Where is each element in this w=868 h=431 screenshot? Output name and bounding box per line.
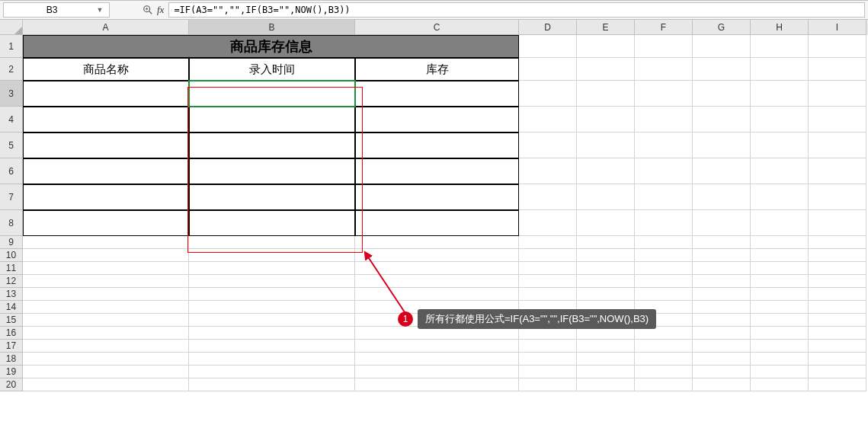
cell[interactable] <box>751 262 809 275</box>
cell[interactable] <box>189 353 355 366</box>
data-cell[interactable] <box>189 210 355 236</box>
cell[interactable] <box>693 353 751 366</box>
cell[interactable] <box>693 58 751 81</box>
cell[interactable] <box>577 58 635 81</box>
cell[interactable] <box>635 340 693 353</box>
cell[interactable] <box>809 58 866 81</box>
cell[interactable] <box>519 81 577 107</box>
cell[interactable] <box>519 249 577 262</box>
data-cell[interactable] <box>23 158 189 184</box>
header-cell-a[interactable]: 商品名称 <box>23 58 189 81</box>
cell[interactable] <box>751 340 809 353</box>
row-header[interactable]: 3 <box>0 81 23 107</box>
data-cell[interactable] <box>23 132 189 158</box>
cell[interactable] <box>519 58 577 81</box>
cell[interactable] <box>23 366 189 378</box>
cell[interactable] <box>693 184 751 210</box>
cell[interactable] <box>355 262 519 275</box>
cell[interactable] <box>635 249 693 262</box>
cell[interactable] <box>23 236 189 249</box>
cell[interactable] <box>519 366 577 378</box>
row-header[interactable]: 6 <box>0 158 23 184</box>
column-header-I[interactable]: I <box>809 20 866 35</box>
cell[interactable] <box>23 353 189 366</box>
row-header[interactable]: 9 <box>0 236 23 249</box>
column-header-D[interactable]: D <box>519 20 577 35</box>
cell[interactable] <box>635 366 693 378</box>
cell[interactable] <box>577 262 635 275</box>
cell[interactable] <box>23 301 189 314</box>
data-cell[interactable] <box>355 81 519 107</box>
cell[interactable] <box>693 288 751 301</box>
cell[interactable] <box>519 288 577 301</box>
cell[interactable] <box>751 366 809 378</box>
header-cell-c[interactable]: 库存 <box>355 58 519 81</box>
cell[interactable] <box>809 301 866 314</box>
cell[interactable] <box>189 275 355 288</box>
cell[interactable] <box>519 184 577 210</box>
cell[interactable] <box>635 275 693 288</box>
cell[interactable] <box>693 378 751 391</box>
cell[interactable] <box>635 378 693 391</box>
cell[interactable] <box>577 236 635 249</box>
cell[interactable] <box>809 378 866 391</box>
name-box-dropdown-icon[interactable]: ▼ <box>95 6 104 14</box>
cell[interactable] <box>809 236 866 249</box>
cell[interactable] <box>355 340 519 353</box>
data-cell[interactable] <box>189 107 355 132</box>
data-cell[interactable] <box>23 107 189 132</box>
row-header[interactable]: 20 <box>0 378 23 391</box>
cell[interactable] <box>23 314 189 327</box>
cell[interactable] <box>693 249 751 262</box>
row-header[interactable]: 16 <box>0 327 23 340</box>
cell[interactable] <box>577 275 635 288</box>
name-box[interactable]: B3 ▼ <box>3 2 110 18</box>
cell[interactable] <box>751 132 809 158</box>
cell[interactable] <box>809 158 866 184</box>
cell[interactable] <box>577 35 635 58</box>
cell[interactable] <box>751 288 809 301</box>
cell[interactable] <box>519 378 577 391</box>
cell[interactable] <box>635 236 693 249</box>
cell[interactable] <box>519 340 577 353</box>
cell[interactable] <box>751 35 809 58</box>
cell[interactable] <box>809 107 866 132</box>
cell[interactable] <box>519 107 577 132</box>
cell[interactable] <box>635 132 693 158</box>
column-header-E[interactable]: E <box>577 20 635 35</box>
cell[interactable] <box>809 353 866 366</box>
cell[interactable] <box>635 184 693 210</box>
cell[interactable] <box>519 353 577 366</box>
cell[interactable] <box>751 327 809 340</box>
cell[interactable] <box>693 314 751 327</box>
data-cell[interactable] <box>355 210 519 236</box>
cell[interactable] <box>519 275 577 288</box>
data-cell[interactable] <box>355 158 519 184</box>
cell[interactable] <box>693 327 751 340</box>
zoom-search-icon[interactable] <box>140 2 155 18</box>
cell[interactable] <box>189 249 355 262</box>
cell[interactable] <box>577 184 635 210</box>
cell[interactable] <box>189 340 355 353</box>
cell[interactable] <box>693 236 751 249</box>
cell[interactable] <box>693 81 751 107</box>
data-cell[interactable] <box>189 132 355 158</box>
fx-icon[interactable]: fx <box>157 4 164 16</box>
data-cell[interactable] <box>23 81 189 107</box>
cell[interactable] <box>693 366 751 378</box>
formula-input[interactable]: =IF(A3="","",IF(B3="",NOW(),B3)) <box>168 2 865 18</box>
row-header[interactable]: 13 <box>0 288 23 301</box>
cell[interactable] <box>189 366 355 378</box>
cell[interactable] <box>577 107 635 132</box>
column-header-C[interactable]: C <box>355 20 519 35</box>
cell[interactable] <box>693 262 751 275</box>
title-cell[interactable]: 商品库存信息 <box>23 35 519 58</box>
cell[interactable] <box>519 210 577 236</box>
cell[interactable] <box>809 262 866 275</box>
cell[interactable] <box>635 81 693 107</box>
row-header[interactable]: 18 <box>0 353 23 366</box>
cell[interactable] <box>809 314 866 327</box>
row-header[interactable]: 11 <box>0 262 23 275</box>
cell[interactable] <box>809 366 866 378</box>
cell[interactable] <box>809 275 866 288</box>
